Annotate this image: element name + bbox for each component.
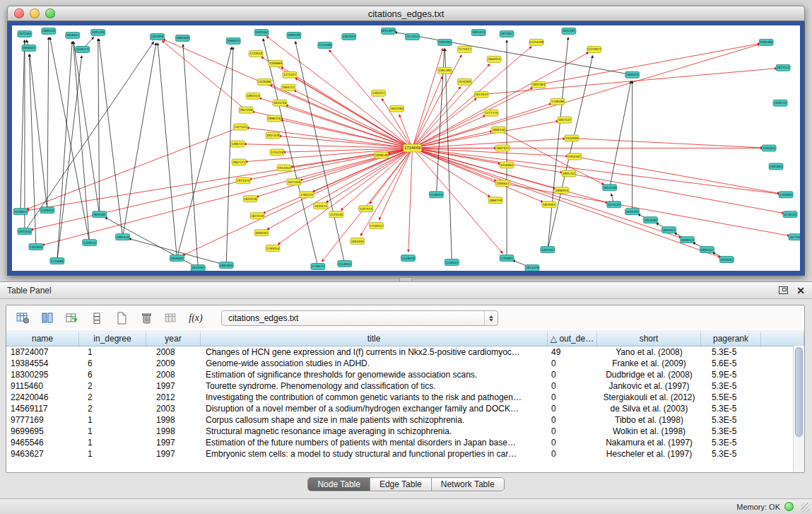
network-node[interactable]: 1696189	[287, 32, 301, 38]
column-header[interactable]: △ out_de…	[548, 332, 597, 346]
network-node[interactable]: 1831207	[562, 28, 576, 34]
network-node[interactable]: 1261033	[150, 33, 164, 40]
network-node[interactable]: 1973373	[236, 177, 250, 184]
network-node[interactable]: 1544036	[565, 135, 579, 141]
table-cell[interactable]: 5.3E-5	[701, 437, 761, 448]
table-row[interactable]: 1938455462009Genome-wide association stu…	[6, 358, 804, 369]
network-node[interactable]: 1627418	[287, 179, 301, 185]
network-node[interactable]: 1857537	[558, 117, 572, 123]
show-columns-icon[interactable]	[38, 310, 57, 327]
column-header[interactable]: in_degree	[79, 332, 146, 346]
network-node[interactable]: 1777174	[484, 110, 498, 116]
network-node[interactable]: 1704215	[300, 192, 314, 198]
network-node[interactable]: 1635471	[314, 203, 328, 209]
network-node[interactable]: 1625103	[18, 30, 32, 37]
table-cell[interactable]: 2	[79, 392, 146, 403]
network-node[interactable]: 1812540	[603, 185, 617, 191]
table-cell[interactable]: 1998	[146, 426, 201, 437]
network-node[interactable]: 1281541	[541, 247, 555, 253]
network-node[interactable]: 1750412	[370, 223, 384, 229]
table-cell[interactable]: Estimation of significance thresholds fo…	[201, 369, 548, 380]
table-cell[interactable]: 2008	[146, 369, 201, 380]
table-cell[interactable]: 9115460	[6, 380, 79, 392]
table-cell[interactable]: 9463627	[6, 448, 79, 460]
network-node[interactable]: 1924502	[719, 257, 734, 263]
table-cell[interactable]: Yano et al. (2008)	[597, 346, 701, 358]
table-cell[interactable]: 5.3E-5	[701, 346, 761, 358]
table-cell[interactable]: 2	[79, 403, 146, 414]
table-cell[interactable]: 22420046	[6, 392, 79, 403]
network-node[interactable]: 1524136	[329, 211, 343, 218]
network-node[interactable]: 1631947	[191, 265, 205, 271]
network-node[interactable]: 2026605	[170, 255, 184, 262]
table-cell[interactable]: Tibbo et al. (1998)	[597, 414, 701, 426]
network-node[interactable]: 1904717	[281, 84, 295, 90]
table-cell[interactable]: 5.3E-5	[701, 403, 761, 414]
network-node[interactable]: 2526051	[13, 209, 28, 215]
row-height-icon[interactable]	[88, 310, 106, 327]
network-node[interactable]: 1954107	[567, 153, 582, 160]
network-node[interactable]: 1830248	[375, 152, 389, 158]
network-node[interactable]: 1860459	[42, 28, 56, 34]
table-row[interactable]: 946554611997Estimation of the future num…	[6, 437, 804, 448]
table-disabled-icon[interactable]	[162, 310, 180, 327]
network-node[interactable]: 1946479	[625, 71, 640, 78]
table-row[interactable]: 946362711997Embryonic stem cells: a mode…	[6, 448, 804, 460]
column-header[interactable]: name	[6, 332, 79, 346]
table-cell[interactable]: 5.5E-5	[701, 392, 761, 403]
table-cell[interactable]: Changes of HCN gene expression and I(f) …	[201, 346, 548, 358]
network-node[interactable]: 1724060	[404, 144, 422, 152]
table-import-icon[interactable]	[63, 310, 81, 327]
network-node[interactable]: 1716475	[311, 264, 325, 270]
table-cell[interactable]: de Silva et al. (2003)	[597, 403, 701, 414]
table-cell[interactable]: 19384554	[6, 358, 79, 369]
table-cell[interactable]: 1	[79, 437, 146, 448]
network-node[interactable]: 1546771	[76, 46, 90, 52]
column-header[interactable]: pagerank	[701, 332, 761, 346]
table-cell[interactable]: Tourette syndrome. Phenomenology and cla…	[201, 380, 548, 392]
close-window-button[interactable]	[14, 8, 24, 18]
network-node[interactable]: 1748508	[551, 98, 565, 105]
tab-node-table[interactable]: Node Table	[308, 478, 370, 491]
table-row[interactable]: 1830029562008Estimation of significance …	[6, 369, 804, 380]
network-node[interactable]: 1677455	[789, 234, 800, 240]
network-node[interactable]: 1702003	[779, 192, 793, 198]
network-node[interactable]: 2063460	[175, 35, 189, 41]
network-node[interactable]: 1306727	[230, 141, 245, 147]
network-node[interactable]: 2006126	[267, 115, 281, 122]
table-cell[interactable]: 5.3E-5	[701, 414, 761, 426]
table-cell[interactable]: 0	[548, 437, 597, 448]
network-node[interactable]: 1095326	[91, 29, 105, 35]
network-node[interactable]: 1518437	[445, 259, 459, 266]
table-cell[interactable]: 5.9E-5	[701, 369, 761, 380]
table-cell[interactable]: 49	[548, 346, 597, 358]
network-node[interactable]: 1679192	[625, 209, 640, 215]
table-cell[interactable]: 0	[548, 392, 597, 403]
network-node[interactable]: 1860759	[488, 197, 502, 204]
table-cell[interactable]: 0	[548, 369, 597, 380]
network-node[interactable]: 1914352	[277, 165, 291, 171]
table-cell[interactable]: 0	[548, 358, 597, 369]
tab-network-table[interactable]: Network Table	[432, 478, 504, 491]
network-node[interactable]: 1554209	[457, 78, 471, 85]
table-cell[interactable]: 1	[79, 448, 146, 460]
network-node[interactable]: 1605864	[769, 163, 783, 170]
table-cell[interactable]: Disruption of a novel member of a sodium…	[201, 403, 548, 414]
table-cell[interactable]: Franke et al. (2009)	[597, 358, 701, 369]
network-node[interactable]: 1510441	[338, 261, 352, 267]
table-cell[interactable]: Jankovic et al. (1997)	[597, 380, 701, 392]
table-cell[interactable]: 5.3E-5	[701, 380, 761, 392]
network-node[interactable]: 1275317	[283, 71, 297, 78]
network-node[interactable]: 1460623	[226, 37, 240, 44]
network-node[interactable]: 1607427	[495, 145, 510, 151]
network-node[interactable]: 1420486	[257, 78, 271, 85]
table-row[interactable]: 1872400712008Changes of HCN gene express…	[6, 346, 804, 358]
network-node[interactable]: 2204617	[495, 180, 510, 187]
network-node[interactable]: 1913503	[644, 217, 658, 223]
network-node[interactable]: 1859491	[542, 201, 556, 208]
network-node[interactable]: 1905410	[116, 234, 130, 240]
network-node[interactable]: 1529615	[40, 207, 54, 214]
network-node[interactable]: 2057236	[239, 107, 253, 113]
scrollbar-thumb[interactable]	[795, 347, 803, 437]
network-node[interactable]: 1892247	[700, 247, 714, 253]
